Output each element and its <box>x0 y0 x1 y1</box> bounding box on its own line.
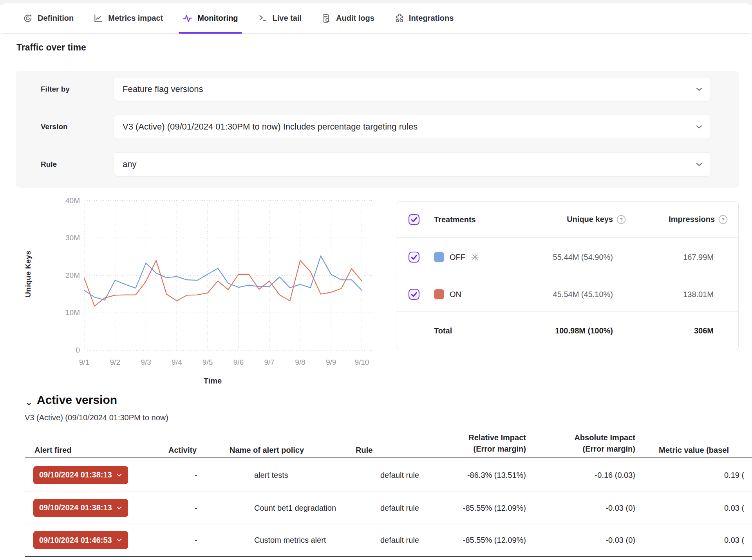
metric-value: 0.03 ( <box>724 503 744 512</box>
svg-text:9/10: 9/10 <box>354 358 369 366</box>
treatment-name: OFF <box>450 253 465 262</box>
svg-text:9/9: 9/9 <box>326 358 336 366</box>
alert-fired-badge[interactable]: 09/10/2024 01:38:13 <box>33 466 128 484</box>
chevron-down-icon[interactable] <box>694 160 704 169</box>
metrics-impact-icon <box>93 13 103 23</box>
off-checkbox[interactable] <box>408 251 420 263</box>
chevron-down-icon[interactable] <box>694 85 704 94</box>
select-divider <box>686 119 686 135</box>
live-tail-icon <box>258 13 268 23</box>
header-border <box>25 457 752 458</box>
treatment-row-on: ON 45.54M (45.10%) 138.01M <box>396 277 738 312</box>
absolute-impact-value: -0.03 (0) <box>606 536 635 545</box>
traffic-chart: 010M20M30M40M9/19/29/39/49/59/69/79/89/9… <box>0 194 384 391</box>
tab-live-tail[interactable]: Live tail <box>258 3 302 33</box>
chevron-down-icon <box>116 473 122 477</box>
select-divider <box>686 157 686 172</box>
relative-impact-value: -85.55% (12.09%) <box>463 503 526 512</box>
col-relative-impact: Relative Impact (Error margin) <box>468 432 526 455</box>
y-axis-label: Unique Keys <box>24 250 33 297</box>
alert-policy-link[interactable]: Custom metrics alert <box>254 536 326 545</box>
alerts-header-row: Alert fired Activity Name of alert polic… <box>0 427 752 458</box>
activity-value: - <box>195 470 197 479</box>
filter-by-label: Filter by <box>41 77 70 101</box>
monitoring-icon <box>183 13 193 23</box>
chevron-down-icon <box>116 538 122 542</box>
collapse-chevron-icon[interactable] <box>25 400 33 408</box>
rule-label: Rule <box>41 152 57 176</box>
activity-value: - <box>195 536 197 545</box>
rule-value: default rule <box>380 503 419 512</box>
rule-value: default rule <box>380 536 419 545</box>
filter-row-rule: Rule any <box>16 152 739 176</box>
svg-text:9/7: 9/7 <box>264 358 274 366</box>
total-unique-keys: 100.98M (100%) <box>555 326 613 335</box>
help-icon[interactable]: ? <box>616 214 626 225</box>
table-bottom-border <box>25 556 752 557</box>
integrations-icon <box>394 13 404 23</box>
treatments-column-header: Treatments <box>434 215 476 224</box>
audit-logs-icon <box>321 13 331 23</box>
rule-select[interactable]: any <box>114 152 711 176</box>
svg-text:40M: 40M <box>65 196 80 205</box>
metric-value: 0.19 ( <box>724 470 744 479</box>
col-absolute-impact: Absolute Impact (Error margin) <box>574 432 635 455</box>
svg-text:?: ? <box>620 217 623 223</box>
select-all-checkbox[interactable] <box>408 214 420 225</box>
tab-bar: Definition Metrics impact Monitoring Liv… <box>2 3 750 34</box>
svg-text:30M: 30M <box>65 234 80 242</box>
col-alert-fired: Alert fired <box>34 446 71 455</box>
svg-text:9/2: 9/2 <box>110 358 120 366</box>
relative-impact-value: -85.55% (12.09%) <box>463 536 526 545</box>
tab-definition[interactable]: Definition <box>23 3 74 33</box>
alert-policy-link[interactable]: Count bet1 degradation <box>254 503 336 512</box>
rule-value: any <box>123 153 136 176</box>
activity-value: - <box>195 503 197 512</box>
on-unique-keys: 45.54M (45.10%) <box>553 290 613 299</box>
svg-text:9/6: 9/6 <box>233 358 244 366</box>
absolute-impact-value: -0.16 (0.03) <box>595 470 635 479</box>
off-color-swatch <box>434 252 444 262</box>
tab-audit-logs[interactable]: Audit logs <box>321 3 374 33</box>
filter-row-version: Version V3 (Active) (09/01/2024 01:30PM … <box>16 115 739 139</box>
chevron-down-icon[interactable] <box>694 122 704 131</box>
active-version-subtitle: V3 (Active) (09/10/2024 01:30PM to now) <box>25 413 168 422</box>
on-impressions: 138.01M <box>683 290 714 299</box>
traffic-line-chart: 010M20M30M40M9/19/29/39/49/59/69/79/89/9… <box>0 194 384 391</box>
filter-by-value: Feature flag versions <box>123 77 203 101</box>
svg-text:10M: 10M <box>65 308 80 317</box>
tab-label: Integrations <box>409 14 454 23</box>
tab-label: Monitoring <box>197 14 238 23</box>
tab-integrations[interactable]: Integrations <box>394 3 454 33</box>
alert-row: 09/10/2024 01:38:13 - Count bet1 degrada… <box>25 492 752 524</box>
filter-by-select[interactable]: Feature flag versions <box>114 77 711 101</box>
help-icon[interactable]: ? <box>718 214 728 225</box>
svg-text:9/3: 9/3 <box>141 358 151 366</box>
version-select[interactable]: V3 (Active) (09/01/2024 01:30PM to now) … <box>114 115 711 139</box>
alert-fired-badge[interactable]: 09/10/2024 01:46:53 <box>33 531 128 549</box>
alert-fired-badge[interactable]: 09/10/2024 01:38:13 <box>33 499 128 517</box>
relative-impact-value: -86.3% (13.51%) <box>467 470 526 479</box>
tab-label: Metrics impact <box>108 14 163 23</box>
alert-row: 09/10/2024 01:38:13 - alert tests defaul… <box>25 459 752 492</box>
alert-policy-link[interactable]: alert tests <box>254 470 288 479</box>
filter-row-filter-by: Filter by Feature flag versions <box>16 77 739 101</box>
filter-panel: Filter by Feature flag versions Version … <box>16 71 739 188</box>
absolute-impact-value: -0.03 (0) <box>606 503 635 512</box>
alert-row: 09/10/2024 01:46:53 - Custom metrics ale… <box>25 524 752 556</box>
svg-text:?: ? <box>721 217 725 223</box>
active-version-title: Active version <box>37 393 117 407</box>
col-metric-value: Metric value (basel <box>659 446 729 455</box>
col-activity: Activity <box>168 446 197 455</box>
version-label: Version <box>41 115 68 139</box>
tab-monitoring[interactable]: Monitoring <box>183 3 238 33</box>
page-title: Traffic over time <box>16 42 86 53</box>
treatment-row-off: OFF 55.44M (54.90%) 167.99M <box>396 238 738 277</box>
total-label: Total <box>434 326 452 335</box>
tab-metrics-impact[interactable]: Metrics impact <box>93 3 163 33</box>
svg-text:9/4: 9/4 <box>172 358 182 366</box>
col-policy: Name of alert policy <box>230 446 304 455</box>
tab-label: Live tail <box>273 14 302 23</box>
on-color-swatch <box>434 289 444 299</box>
on-checkbox[interactable] <box>408 288 420 300</box>
